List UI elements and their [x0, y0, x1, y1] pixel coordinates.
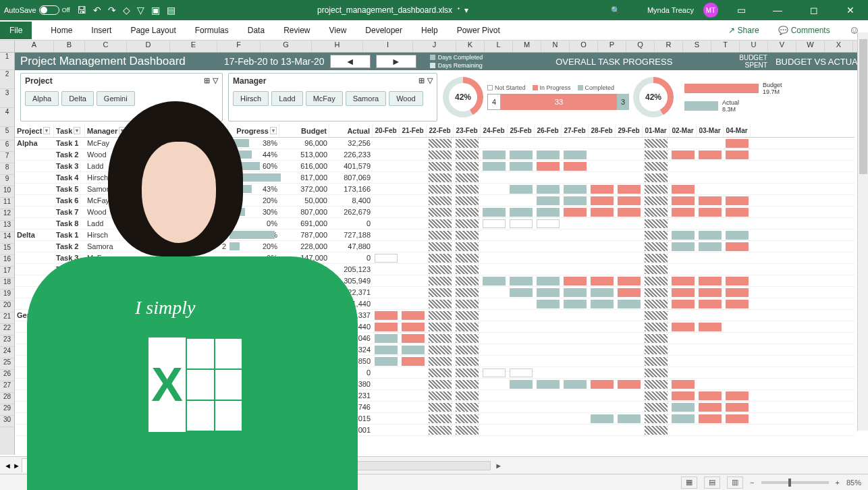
add-sheet-button[interactable]: +	[213, 459, 227, 472]
table-row[interactable]: Task 4 63% 338,000 205,123	[15, 264, 855, 275]
table-row[interactable]: Task 4 Hirsch 3 100% 817,000 807,069	[15, 172, 855, 184]
camera-icon[interactable]: ▣	[151, 5, 160, 16]
table-row[interactable]: 0% 86,000 31,046	[15, 333, 855, 344]
date-next-button[interactable]: ►	[376, 55, 416, 68]
tab-developer[interactable]: Developer	[365, 26, 402, 35]
slicer-item-samora[interactable]: Samora	[346, 91, 387, 106]
tab-pagelayout[interactable]: Page Layout	[130, 26, 175, 35]
zoom-out-button[interactable]: −	[750, 479, 754, 487]
undo-icon[interactable]: ↶	[93, 5, 101, 16]
search-icon[interactable]: 🔍	[611, 6, 620, 15]
table-row[interactable]: Task 3 McFay 0% 147,000 0	[15, 252, 855, 264]
sheet-nav-first[interactable]: ◄	[4, 462, 11, 470]
share-button[interactable]: ↗ Share	[728, 26, 759, 35]
sheet-tabs-more[interactable]: ...	[202, 462, 208, 470]
zoom-in-button[interactable]: +	[836, 479, 840, 487]
tab-data[interactable]: Data	[248, 26, 265, 35]
doc-icon[interactable]: ▤	[167, 5, 175, 16]
table-row[interactable]: 50% 602,000 322,371	[15, 287, 855, 298]
zoom-slider[interactable]	[761, 481, 829, 484]
autosave-toggle[interactable]: AutoSave Off	[4, 5, 70, 15]
th-manager[interactable]: Manager▾	[85, 124, 127, 137]
multiselect-icon[interactable]: ⊞	[204, 76, 210, 86]
redo-icon[interactable]: ↷	[108, 5, 116, 16]
tab-review[interactable]: Review	[283, 26, 310, 35]
zoom-value[interactable]: 85%	[846, 479, 861, 487]
table-row[interactable]: Task 7 Wood 24/ 10 3 30% 807,000 262,679	[15, 207, 855, 218]
slicer-project[interactable]: Project⊞▽ Alpha Delta Gemini	[20, 73, 223, 121]
table-row[interactable]: Gemini 50% 218,000 97,337	[15, 310, 855, 321]
column-headers[interactable]: A B C D E F G H I J K L M N O P Q R S T …	[0, 40, 868, 53]
tab-file[interactable]: File	[0, 22, 32, 39]
clear-filter-icon[interactable]: ▽	[427, 76, 433, 86]
tab-powerpivot[interactable]: Power Pivot	[457, 26, 500, 35]
th-s[interactable]: S▾	[127, 124, 147, 137]
multiselect-icon[interactable]: ⊞	[418, 76, 425, 86]
table-row[interactable]: Alpha Task 1 McFay 3 38% 96,000 32,256	[15, 138, 855, 149]
task-progress-chart: Not Started In Progress Completed 4 33 3	[487, 84, 629, 110]
table-row[interactable]: Task 6 McFay 2 10 2 20% 50,000 8,400	[15, 195, 855, 207]
horizontal-scrollbar[interactable]: ◄►	[236, 461, 506, 470]
th-actual[interactable]: Actual	[329, 124, 373, 137]
row-headers[interactable]: 1234567891011121314151617181920212223242…	[0, 53, 15, 455]
slicer-item-wood[interactable]: Wood	[389, 91, 423, 106]
close-icon[interactable]: ✕	[837, 5, 864, 16]
clear-filter-icon[interactable]: ▽	[213, 76, 218, 86]
filter-icon[interactable]: ▽	[137, 5, 144, 16]
table-row[interactable]: Delta Task 1 Hirsch 2/03/2 9 8 89% 787,0…	[15, 229, 855, 241]
save-icon[interactable]: 🖫	[77, 5, 86, 16]
tab-home[interactable]: Home	[51, 26, 72, 35]
slicer-item-alpha[interactable]: Alpha	[25, 91, 59, 106]
tab-formulas[interactable]: Formulas	[195, 26, 229, 35]
table-row[interactable]: T 30% 857,000 305,949	[15, 275, 855, 287]
tab-view[interactable]: View	[329, 26, 347, 35]
table-row[interactable]: Task 3 Ladd 3 60% 616,000 401,579	[15, 161, 855, 172]
slicer-item-gemini[interactable]: Gemini	[97, 91, 135, 106]
slicer-item-hirsch[interactable]: Hirsch	[233, 91, 269, 106]
page-layout-view-icon[interactable]: ▤	[704, 477, 720, 489]
ribbon-display-icon[interactable]: ▭	[728, 5, 755, 16]
table-row[interactable]: 25% 492,000 116,850	[15, 356, 855, 367]
th-project[interactable]: Project▾	[15, 124, 54, 137]
slicer-item-ladd[interactable]: Ladd	[271, 91, 302, 106]
th-ion[interactable]: ion▾	[147, 124, 177, 137]
sheet-tab[interactable]: s	[22, 458, 42, 472]
sheet-nav-prev[interactable]: ►	[13, 462, 20, 470]
page-break-view-icon[interactable]: ▥	[727, 477, 743, 489]
user-avatar[interactable]: MT	[703, 3, 718, 18]
th-budget[interactable]: Budget	[279, 124, 329, 137]
comments-button[interactable]: 💬 Comments	[778, 26, 830, 35]
date-prev-button[interactable]: ◄	[330, 55, 371, 68]
table-row[interactable]: 33% 732,000 261,324	[15, 344, 855, 356]
table-row[interactable]: 50% 393,000 177,440	[15, 321, 855, 333]
slicer-item-delta[interactable]: Delta	[61, 91, 94, 106]
normal-view-icon[interactable]: ▦	[681, 477, 697, 489]
table-row[interactable]: Task 5 Samora 3 43% 372,000 173,166	[15, 184, 855, 195]
table-row[interactable]: Task 2 Samora 2 20% 228,000 47,880	[15, 241, 855, 252]
eraser-icon[interactable]: ◇	[123, 5, 130, 16]
maximize-icon[interactable]: ◻	[801, 5, 828, 16]
vertical-scrollbar[interactable]	[857, 32, 868, 431]
table-row[interactable]: 50% 990,000 451,440	[15, 298, 855, 310]
table-row[interactable]: 43% 180,000 79,380	[15, 379, 855, 390]
table-row[interactable]: 100% 293,000 273,001	[15, 425, 855, 436]
table-row[interactable]: 10% 562,000 74,746	[15, 402, 855, 413]
table-row[interactable]: 50% 416,000 175,015	[15, 413, 855, 425]
user-name[interactable]: Mynda Treacy	[647, 6, 694, 14]
th-progress[interactable]: Progress▾	[228, 124, 279, 137]
table-header-row: Project▾ Task▾ Manager▾ S▾ ion▾ Days com…	[15, 124, 855, 138]
minimize-icon[interactable]: —	[764, 5, 791, 16]
sheet-tab[interactable]: Dashboard Protection	[113, 458, 200, 472]
th-task[interactable]: Task▾	[54, 124, 85, 137]
tab-insert[interactable]: Insert	[91, 26, 111, 35]
select-all-corner[interactable]	[0, 40, 15, 52]
table-row[interactable]: Task 2 Wood 4 44% 513,000 226,233	[15, 149, 855, 161]
th-dayscomp[interactable]: Days comp.▾	[177, 124, 228, 137]
slicer-manager[interactable]: Manager⊞▽ Hirsch Ladd McFay Samora Wood	[228, 73, 437, 121]
table-row[interactable]: Task 8 Ladd 24/0 3 0 0% 691,000 0	[15, 218, 855, 229]
sheet-tab[interactable]: More Resources	[43, 458, 113, 472]
table-row[interactable]: 30% 582,000 195,231	[15, 390, 855, 402]
table-row[interactable]: 0% 188,000 0	[15, 367, 855, 379]
slicer-item-mcfay[interactable]: McFay	[306, 91, 343, 106]
tab-help[interactable]: Help	[421, 26, 438, 35]
